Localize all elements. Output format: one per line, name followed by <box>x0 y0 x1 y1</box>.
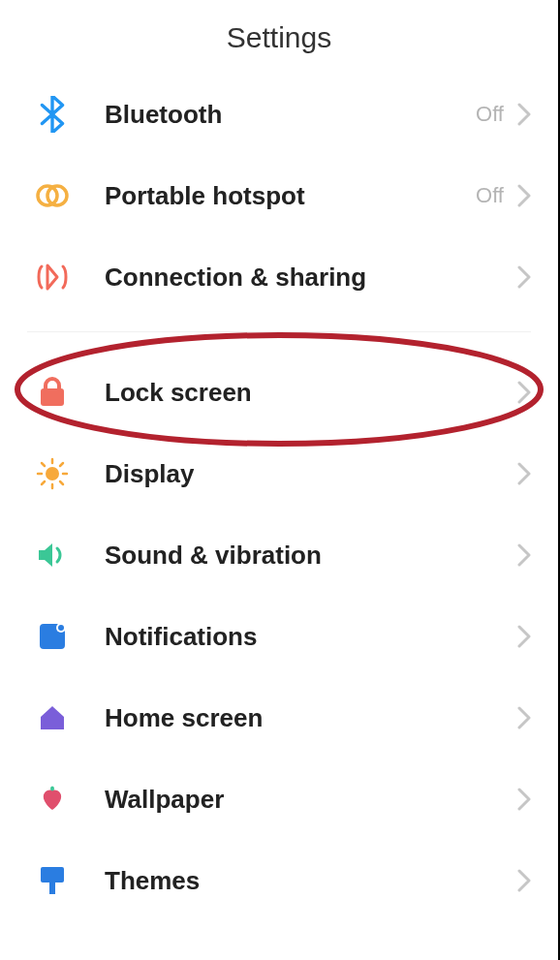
settings-item-notifications[interactable]: Notifications <box>0 596 558 677</box>
settings-item-sound[interactable]: Sound & vibration <box>0 514 558 596</box>
connection-sharing-icon <box>33 258 72 296</box>
svg-line-11 <box>60 463 63 466</box>
settings-item-bluetooth[interactable]: Bluetooth Off <box>0 74 558 155</box>
svg-rect-2 <box>41 388 64 406</box>
chevron-right-icon <box>517 788 531 811</box>
settings-item-lockscreen[interactable]: Lock screen <box>0 352 558 433</box>
item-label: Sound & vibration <box>105 541 517 571</box>
page-title: Settings <box>0 21 558 54</box>
section-divider <box>27 331 531 332</box>
item-status: Off <box>476 102 504 127</box>
chevron-right-icon <box>517 869 531 892</box>
item-label: Connection & sharing <box>105 263 517 293</box>
bluetooth-icon <box>33 95 72 134</box>
item-label: Wallpaper <box>105 785 517 815</box>
sound-icon <box>33 536 72 574</box>
settings-item-themes[interactable]: Themes <box>0 840 558 921</box>
themes-icon <box>33 861 72 900</box>
chevron-right-icon <box>517 184 531 207</box>
chevron-right-icon <box>517 706 531 729</box>
svg-rect-16 <box>41 867 64 883</box>
settings-item-wallpaper[interactable]: Wallpaper <box>0 759 558 840</box>
notifications-icon <box>33 617 72 656</box>
svg-rect-17 <box>49 883 55 894</box>
item-label: Themes <box>105 866 517 896</box>
item-label: Portable hotspot <box>105 181 476 211</box>
settings-list: Bluetooth Off Portable hotspot Off Co <box>0 74 558 921</box>
item-label: Lock screen <box>105 378 517 408</box>
display-icon <box>33 454 72 493</box>
hotspot-icon <box>33 176 72 215</box>
chevron-right-icon <box>517 462 531 485</box>
svg-line-9 <box>60 481 63 484</box>
settings-item-display[interactable]: Display <box>0 433 558 514</box>
svg-point-3 <box>46 467 59 480</box>
home-icon <box>33 698 72 737</box>
wallpaper-icon <box>33 780 72 819</box>
svg-point-15 <box>50 787 54 791</box>
settings-item-hotspot[interactable]: Portable hotspot Off <box>0 155 558 236</box>
settings-item-connection[interactable]: Connection & sharing <box>0 236 558 318</box>
item-status: Off <box>476 183 504 208</box>
chevron-right-icon <box>517 103 531 126</box>
lock-icon <box>33 373 72 412</box>
settings-item-homescreen[interactable]: Home screen <box>0 677 558 759</box>
chevron-right-icon <box>517 543 531 567</box>
chevron-right-icon <box>517 625 531 648</box>
svg-line-8 <box>42 463 45 466</box>
item-label: Notifications <box>105 622 517 652</box>
item-label: Home screen <box>105 703 517 733</box>
chevron-right-icon <box>517 265 531 289</box>
header: Settings <box>0 0 558 74</box>
item-label: Bluetooth <box>105 100 476 130</box>
svg-line-10 <box>42 481 45 484</box>
chevron-right-icon <box>517 381 531 404</box>
svg-point-14 <box>58 625 64 631</box>
item-label: Display <box>105 459 517 489</box>
